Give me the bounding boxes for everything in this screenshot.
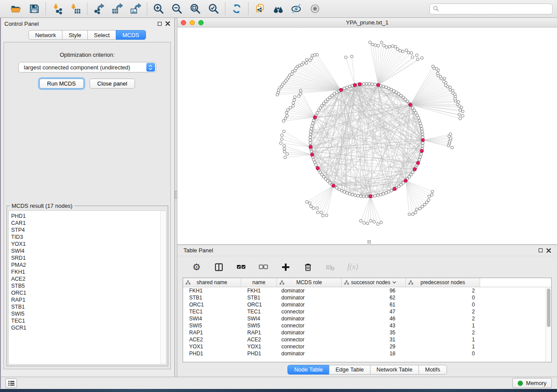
clone-network-button[interactable] (253, 2, 267, 16)
run-mcds-button[interactable]: Run MCDS (39, 79, 84, 89)
float-table-panel-icon[interactable] (539, 248, 543, 252)
table-row[interactable]: ORC1ORC1dominator610 (183, 301, 551, 308)
mcds-node (316, 167, 319, 170)
mcds-result-node[interactable]: ACE2 (11, 275, 160, 282)
zoom-out-button[interactable] (170, 2, 184, 16)
table-mode-button[interactable]: ⚙ (191, 261, 202, 273)
import-table-button[interactable] (68, 2, 83, 16)
tab-node-table[interactable]: Node Table (287, 365, 329, 375)
tab-motifs[interactable]: Motifs (419, 365, 447, 375)
table-header-row: shared namenameMCDS rolesuccessor nodesp… (183, 278, 551, 287)
table-vertical-scrollbar[interactable] (546, 287, 551, 362)
scrollbar-thumb[interactable] (547, 289, 550, 327)
table-row[interactable]: YOX1YOX1connector291 (183, 343, 551, 350)
mcds-result-node[interactable]: STP4 (11, 227, 160, 234)
task-history-button[interactable] (5, 378, 17, 388)
close-panel-icon[interactable] (166, 21, 170, 26)
mcds-result-node[interactable]: TEC1 (11, 317, 160, 324)
mcds-result-node[interactable]: SWI4 (11, 248, 160, 254)
mcds-result-node[interactable]: TID3 (11, 234, 160, 241)
network-view-panel: YPA_prune.txt_1 (177, 18, 557, 245)
mcds-node (420, 149, 424, 153)
mcds-result-node[interactable]: RAP1 (11, 296, 160, 303)
delete-selected-button[interactable] (303, 261, 313, 273)
network-search-box[interactable] (429, 3, 553, 14)
show-panels-button[interactable] (308, 2, 322, 16)
import-network-button[interactable] (50, 2, 65, 16)
optimization-criterion-select[interactable]: largest connected component (undirected) (18, 62, 156, 72)
refresh-layout-button[interactable] (229, 2, 244, 16)
network-graph[interactable] (177, 28, 556, 244)
result-list-scrollbar[interactable] (160, 211, 166, 364)
table-row[interactable]: TEC1TEC1connector472 (183, 308, 551, 315)
network-canvas[interactable] (177, 28, 557, 244)
zoom-selected-button[interactable] (206, 2, 221, 16)
table-cell: TEC1 (241, 308, 277, 315)
export-table-button[interactable] (110, 2, 125, 16)
close-window-icon[interactable] (181, 20, 186, 25)
mcds-result-node[interactable]: SWI5 (11, 310, 160, 317)
tab-select[interactable]: Select (87, 30, 116, 40)
deselect-all-button[interactable] (258, 261, 269, 273)
table-row[interactable]: STB1STB1dominator620 (183, 294, 551, 301)
table-cell: 29 (342, 343, 406, 350)
export-table-icon (111, 3, 123, 14)
toolbar-group (249, 2, 326, 16)
memory-status-icon (518, 381, 523, 386)
mcds-node (393, 187, 397, 191)
table-row[interactable]: SWI4SWI4dominator462 (183, 315, 551, 322)
mcds-node (421, 138, 425, 142)
column-header-successor-nodes[interactable]: successor nodes (342, 278, 406, 287)
mcds-result-node[interactable]: SRD1 (11, 254, 160, 261)
mcds-result-node[interactable]: FKH1 (11, 268, 160, 275)
zoom-fit-button[interactable] (188, 2, 203, 16)
canvas-resize-grip[interactable] (367, 240, 371, 244)
table-row[interactable]: ACE2ACE2connector311 (183, 336, 551, 343)
table-cell: dominator (277, 315, 342, 322)
tab-mcds[interactable]: MCDS (116, 30, 145, 40)
table-cell: 61 (342, 301, 406, 308)
zoom-in-button[interactable] (151, 2, 166, 16)
export-image-button[interactable] (128, 2, 143, 16)
minimize-window-icon[interactable] (190, 20, 195, 25)
tab-style[interactable]: Style (62, 30, 88, 40)
table-cell: 1 (406, 343, 480, 350)
toggle-columns-button[interactable] (214, 261, 224, 273)
float-panel-icon[interactable] (158, 22, 162, 26)
add-entry-button[interactable] (280, 261, 291, 273)
save-session-button[interactable] (27, 2, 42, 16)
mcds-result-node[interactable]: PHD1 (11, 213, 160, 220)
mcds-result-node[interactable]: PMA2 (11, 261, 160, 268)
column-label: shared name (197, 279, 227, 285)
tab-edge-table[interactable]: Edge Table (329, 365, 370, 375)
zoom-out-icon (171, 3, 183, 14)
column-header-predecessor-nodes[interactable]: predecessor nodes (406, 278, 480, 287)
table-row[interactable]: RAP1RAP1dominator352 (183, 329, 551, 336)
tab-network-table[interactable]: Network Table (370, 365, 419, 375)
control-panel-title: Control Panel (4, 21, 158, 27)
search-input[interactable] (439, 6, 549, 12)
table-row[interactable]: SWI5SWI5connector431 (183, 322, 551, 329)
maximize-window-icon[interactable] (198, 20, 204, 25)
export-network-button[interactable] (91, 2, 106, 16)
mcds-result-node[interactable]: ORC1 (11, 289, 160, 296)
mcds-result-node[interactable]: STB1 (11, 303, 160, 310)
search-network-button[interactable] (271, 2, 286, 16)
open-file-button[interactable] (8, 2, 23, 16)
tab-network[interactable]: Network (28, 30, 62, 40)
column-header-shared-name[interactable]: shared name (183, 278, 241, 287)
mcds-result-node[interactable]: CAR1 (11, 220, 160, 227)
mcds-result-node[interactable]: GCR1 (11, 324, 160, 331)
mcds-result-node[interactable]: YOX1 (11, 241, 160, 248)
column-header-MCDS-role[interactable]: MCDS role (277, 278, 342, 287)
table-cell: SWI5 (241, 322, 277, 329)
table-row[interactable]: PHD1PHD1dominator180 (183, 350, 551, 357)
close-table-panel-icon[interactable] (547, 248, 551, 253)
select-all-button[interactable] (236, 261, 246, 273)
mcds-result-node[interactable]: STB5 (11, 282, 160, 289)
memory-button[interactable]: Memory (512, 378, 552, 388)
table-row[interactable]: FKH1FKH1dominator962 (183, 287, 551, 294)
close-panel-button[interactable]: Close panel (90, 79, 135, 89)
column-header-name[interactable]: name (241, 278, 277, 287)
hide-panels-button[interactable] (289, 2, 304, 16)
